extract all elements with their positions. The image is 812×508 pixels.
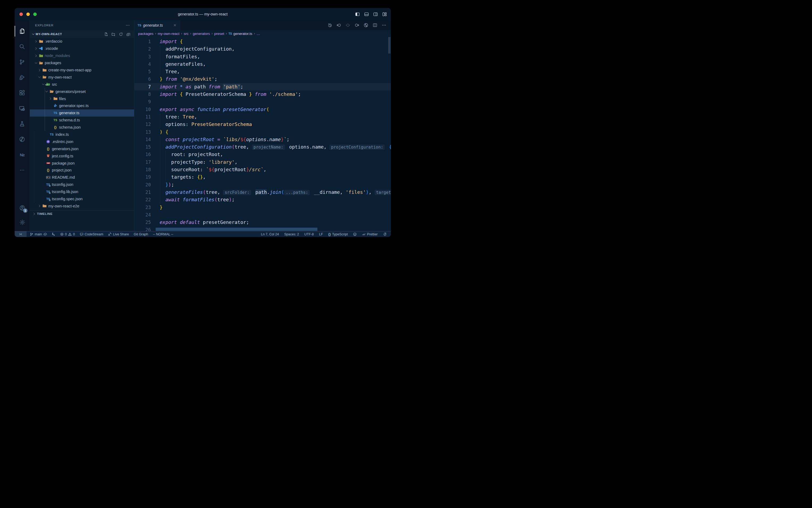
line-number[interactable]: 14 <box>134 136 160 143</box>
line-number[interactable]: 5 <box>134 68 160 75</box>
change-none-icon[interactable] <box>345 23 350 28</box>
status-notifications[interactable] <box>383 231 387 237</box>
activity-explorer-icon[interactable] <box>15 24 30 39</box>
workspace-section-header[interactable]: MY-OWN-REACT <box>30 30 134 38</box>
code-editor[interactable]: 1import {2 addProjectConfiguration,3 for… <box>134 37 391 231</box>
activity-search-icon[interactable] <box>15 39 30 54</box>
line-number[interactable]: 7 <box>134 83 160 90</box>
status-eol[interactable]: LF <box>319 231 324 237</box>
line-number[interactable]: 10 <box>134 106 160 113</box>
collapse-folders-icon[interactable] <box>126 32 131 37</box>
tree-item-schema-d-ts[interactable]: TSschema.d.ts <box>30 117 134 124</box>
tab-generator-ts[interactable]: TS generator.ts <box>134 20 180 30</box>
status-problems[interactable]: 00 <box>60 231 76 237</box>
breadcrumb-item[interactable]: generators <box>193 32 210 36</box>
code-line-10[interactable]: 10export async function presetGenerator( <box>134 106 391 113</box>
line-number[interactable]: 1 <box>134 38 160 45</box>
tree-item-my-own-react-e2e[interactable]: my-own-react-e2e <box>30 202 134 210</box>
activity-nx-console-icon[interactable]: N≥ <box>15 147 30 162</box>
line-number[interactable]: 25 <box>134 219 160 226</box>
line-number[interactable]: 24 <box>134 211 160 219</box>
code-line-7[interactable]: 7import * as path from 'path'; <box>134 83 391 90</box>
line-number[interactable]: 21 <box>134 188 160 196</box>
tree-item-schema-json[interactable]: {}schema.json <box>30 124 134 131</box>
customize-layout-icon[interactable] <box>382 11 387 17</box>
code-line-5[interactable]: 5 Tree, <box>134 68 391 75</box>
line-number[interactable]: 8 <box>134 90 160 98</box>
tree-item-tsconfig-json[interactable]: TS⚙tsconfig.json <box>30 181 134 188</box>
activity-gitlens-icon[interactable] <box>15 131 30 147</box>
code-line-6[interactable]: 6} from '@nx/devkit'; <box>134 75 391 83</box>
status-vim-mode[interactable]: -- NORMAL -- <box>152 231 174 237</box>
line-number[interactable]: 19 <box>134 173 160 181</box>
tree-item-package-json[interactable]: npmpackage.json <box>30 160 134 167</box>
line-number[interactable]: 16 <box>134 151 160 158</box>
code-line-3[interactable]: 3 formatFiles, <box>134 53 391 60</box>
tree-item-packages[interactable]: packages <box>30 59 134 67</box>
code-line-13[interactable]: 13) { <box>134 128 391 136</box>
code-line-24[interactable]: 24 <box>134 211 391 219</box>
explorer-more-actions-icon[interactable] <box>126 23 130 28</box>
line-number[interactable]: 3 <box>134 53 160 60</box>
code-line-22[interactable]: 22 await formatFiles(tree); <box>134 196 391 203</box>
line-number[interactable]: 17 <box>134 159 160 166</box>
split-editor-icon[interactable] <box>372 23 378 28</box>
status-live-share[interactable]: Live Share <box>107 231 129 237</box>
line-number[interactable]: 22 <box>134 196 160 203</box>
activity-source-control-icon[interactable] <box>15 54 30 70</box>
tree-item--vscode[interactable]: .vscode <box>30 45 134 52</box>
status-prettier[interactable]: Prettier <box>362 231 378 237</box>
toggle-panel-icon[interactable] <box>364 11 369 17</box>
line-number[interactable]: 6 <box>134 75 160 83</box>
status-git-graph-view[interactable] <box>51 231 56 237</box>
tree-item-generator-ts[interactable]: TSgenerator.ts <box>30 110 134 117</box>
tree-item-index-ts[interactable]: TSindex.ts <box>30 131 134 138</box>
tree-item-jest-config-ts[interactable]: jest.config.ts <box>30 152 134 160</box>
code-line-16[interactable]: 16 root: projectRoot, <box>134 151 391 158</box>
code-line-9[interactable]: 9 <box>134 98 391 105</box>
line-number[interactable]: 9 <box>134 98 160 105</box>
status-cursor-position[interactable]: Ln 7, Col 24 <box>260 231 279 237</box>
line-number[interactable]: 18 <box>134 166 160 173</box>
code-line-21[interactable]: 21 generateFiles(tree, srcFolder: path.j… <box>134 188 391 196</box>
code-line-4[interactable]: 4 generateFiles, <box>134 60 391 68</box>
nav-forward-icon[interactable] <box>354 23 360 28</box>
toggle-primary-sidebar-icon[interactable] <box>355 11 360 17</box>
code-line-8[interactable]: 8import { PresetGeneratorSchema } from '… <box>134 90 391 98</box>
tree-item-tsconfig-spec-json[interactable]: TS⚙tsconfig.spec.json <box>30 196 134 203</box>
activity-remote-explorer-icon[interactable] <box>15 101 30 116</box>
more-actions-icon[interactable] <box>381 23 387 28</box>
tree-item-node-modules[interactable]: node_modules <box>30 52 134 59</box>
code-line-2[interactable]: 2 addProjectConfiguration, <box>134 45 391 53</box>
line-number[interactable]: 15 <box>134 143 160 151</box>
code-line-14[interactable]: 14 const projectRoot = `libs/${options.n… <box>134 136 391 143</box>
close-tab-icon[interactable] <box>173 23 177 28</box>
line-number[interactable]: 20 <box>134 181 160 188</box>
toggle-secondary-sidebar-icon[interactable] <box>373 11 378 17</box>
git-actions-icon[interactable] <box>363 23 369 28</box>
tree-item-files[interactable]: files <box>30 95 134 102</box>
tree-item-project-json[interactable]: {}project.json <box>30 167 134 174</box>
refresh-explorer-icon[interactable] <box>118 32 124 37</box>
activity-run-and-debug-icon[interactable] <box>15 70 30 85</box>
tree-item-my-own-react[interactable]: my-own-react <box>30 74 134 81</box>
code-line-20[interactable]: 20 }); <box>134 181 391 188</box>
code-line-15[interactable]: 15 addProjectConfiguration(tree, project… <box>134 143 391 151</box>
code-line-25[interactable]: 25export default presetGenerator; <box>134 219 391 226</box>
status-git-branch[interactable]: main <box>29 231 47 237</box>
status-github[interactable] <box>352 231 357 237</box>
status-git-graph[interactable]: Git Graph <box>133 231 148 237</box>
code-line-18[interactable]: 18 sourceRoot: `${projectRoot}/src`, <box>134 166 391 173</box>
breadcrumb-item[interactable]: my-own-react <box>158 32 180 36</box>
nav-back-icon[interactable] <box>336 23 341 28</box>
code-line-1[interactable]: 1import { <box>134 38 391 45</box>
new-folder-icon[interactable] <box>111 32 116 37</box>
vertical-scrollbar[interactable] <box>388 37 391 53</box>
code-line-23[interactable]: 23} <box>134 204 391 211</box>
new-file-icon[interactable] <box>103 32 108 37</box>
activity-extensions-icon[interactable] <box>15 85 30 101</box>
tree-item-generators-preset[interactable]: generators/preset <box>30 88 134 95</box>
line-number[interactable]: 4 <box>134 60 160 68</box>
minimize-window-button[interactable] <box>26 12 30 16</box>
tree-item-generator-spec-ts[interactable]: generator.spec.ts <box>30 102 134 110</box>
